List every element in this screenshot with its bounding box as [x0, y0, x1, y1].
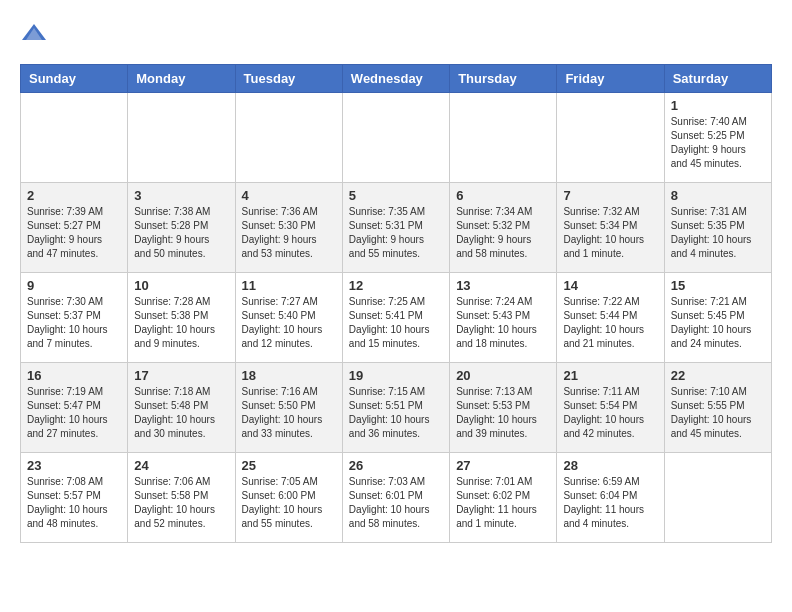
- day-number: 22: [671, 368, 765, 383]
- day-info: Sunrise: 7:32 AM Sunset: 5:34 PM Dayligh…: [563, 205, 657, 261]
- logo-icon: [20, 20, 48, 48]
- day-info: Sunrise: 7:19 AM Sunset: 5:47 PM Dayligh…: [27, 385, 121, 441]
- calendar: SundayMondayTuesdayWednesdayThursdayFrid…: [20, 64, 772, 543]
- day-of-week-header: Monday: [128, 65, 235, 93]
- calendar-cell: 14Sunrise: 7:22 AM Sunset: 5:44 PM Dayli…: [557, 273, 664, 363]
- calendar-cell: 13Sunrise: 7:24 AM Sunset: 5:43 PM Dayli…: [450, 273, 557, 363]
- calendar-week-row: 16Sunrise: 7:19 AM Sunset: 5:47 PM Dayli…: [21, 363, 772, 453]
- day-of-week-header: Wednesday: [342, 65, 449, 93]
- calendar-cell: [557, 93, 664, 183]
- day-number: 21: [563, 368, 657, 383]
- day-number: 24: [134, 458, 228, 473]
- calendar-cell: 9Sunrise: 7:30 AM Sunset: 5:37 PM Daylig…: [21, 273, 128, 363]
- day-info: Sunrise: 7:25 AM Sunset: 5:41 PM Dayligh…: [349, 295, 443, 351]
- calendar-cell: 7Sunrise: 7:32 AM Sunset: 5:34 PM Daylig…: [557, 183, 664, 273]
- calendar-week-row: 1Sunrise: 7:40 AM Sunset: 5:25 PM Daylig…: [21, 93, 772, 183]
- calendar-week-row: 2Sunrise: 7:39 AM Sunset: 5:27 PM Daylig…: [21, 183, 772, 273]
- day-of-week-header: Thursday: [450, 65, 557, 93]
- calendar-cell: 5Sunrise: 7:35 AM Sunset: 5:31 PM Daylig…: [342, 183, 449, 273]
- day-number: 10: [134, 278, 228, 293]
- day-number: 23: [27, 458, 121, 473]
- day-number: 12: [349, 278, 443, 293]
- calendar-cell: 19Sunrise: 7:15 AM Sunset: 5:51 PM Dayli…: [342, 363, 449, 453]
- day-number: 8: [671, 188, 765, 203]
- calendar-cell: 24Sunrise: 7:06 AM Sunset: 5:58 PM Dayli…: [128, 453, 235, 543]
- day-info: Sunrise: 7:01 AM Sunset: 6:02 PM Dayligh…: [456, 475, 550, 531]
- calendar-cell: 6Sunrise: 7:34 AM Sunset: 5:32 PM Daylig…: [450, 183, 557, 273]
- day-info: Sunrise: 7:06 AM Sunset: 5:58 PM Dayligh…: [134, 475, 228, 531]
- calendar-week-row: 9Sunrise: 7:30 AM Sunset: 5:37 PM Daylig…: [21, 273, 772, 363]
- day-number: 27: [456, 458, 550, 473]
- day-info: Sunrise: 7:36 AM Sunset: 5:30 PM Dayligh…: [242, 205, 336, 261]
- calendar-cell: [21, 93, 128, 183]
- day-number: 11: [242, 278, 336, 293]
- calendar-cell: 3Sunrise: 7:38 AM Sunset: 5:28 PM Daylig…: [128, 183, 235, 273]
- calendar-cell: 15Sunrise: 7:21 AM Sunset: 5:45 PM Dayli…: [664, 273, 771, 363]
- day-number: 15: [671, 278, 765, 293]
- day-info: Sunrise: 7:03 AM Sunset: 6:01 PM Dayligh…: [349, 475, 443, 531]
- page-header: [20, 20, 772, 48]
- calendar-cell: 12Sunrise: 7:25 AM Sunset: 5:41 PM Dayli…: [342, 273, 449, 363]
- day-info: Sunrise: 7:15 AM Sunset: 5:51 PM Dayligh…: [349, 385, 443, 441]
- day-info: Sunrise: 7:21 AM Sunset: 5:45 PM Dayligh…: [671, 295, 765, 351]
- calendar-cell: 16Sunrise: 7:19 AM Sunset: 5:47 PM Dayli…: [21, 363, 128, 453]
- calendar-week-row: 23Sunrise: 7:08 AM Sunset: 5:57 PM Dayli…: [21, 453, 772, 543]
- day-number: 13: [456, 278, 550, 293]
- day-info: Sunrise: 7:40 AM Sunset: 5:25 PM Dayligh…: [671, 115, 765, 171]
- calendar-cell: 27Sunrise: 7:01 AM Sunset: 6:02 PM Dayli…: [450, 453, 557, 543]
- day-number: 3: [134, 188, 228, 203]
- day-number: 17: [134, 368, 228, 383]
- day-info: Sunrise: 7:27 AM Sunset: 5:40 PM Dayligh…: [242, 295, 336, 351]
- day-number: 20: [456, 368, 550, 383]
- calendar-cell: 4Sunrise: 7:36 AM Sunset: 5:30 PM Daylig…: [235, 183, 342, 273]
- day-number: 7: [563, 188, 657, 203]
- calendar-cell: 26Sunrise: 7:03 AM Sunset: 6:01 PM Dayli…: [342, 453, 449, 543]
- day-number: 6: [456, 188, 550, 203]
- day-info: Sunrise: 7:05 AM Sunset: 6:00 PM Dayligh…: [242, 475, 336, 531]
- calendar-cell: 1Sunrise: 7:40 AM Sunset: 5:25 PM Daylig…: [664, 93, 771, 183]
- day-of-week-header: Saturday: [664, 65, 771, 93]
- day-info: Sunrise: 7:38 AM Sunset: 5:28 PM Dayligh…: [134, 205, 228, 261]
- calendar-cell: 21Sunrise: 7:11 AM Sunset: 5:54 PM Dayli…: [557, 363, 664, 453]
- day-number: 26: [349, 458, 443, 473]
- day-info: Sunrise: 7:39 AM Sunset: 5:27 PM Dayligh…: [27, 205, 121, 261]
- day-number: 25: [242, 458, 336, 473]
- calendar-cell: 10Sunrise: 7:28 AM Sunset: 5:38 PM Dayli…: [128, 273, 235, 363]
- day-of-week-header: Sunday: [21, 65, 128, 93]
- day-info: Sunrise: 7:35 AM Sunset: 5:31 PM Dayligh…: [349, 205, 443, 261]
- calendar-cell: 20Sunrise: 7:13 AM Sunset: 5:53 PM Dayli…: [450, 363, 557, 453]
- day-info: Sunrise: 7:10 AM Sunset: 5:55 PM Dayligh…: [671, 385, 765, 441]
- calendar-cell: [664, 453, 771, 543]
- calendar-cell: 28Sunrise: 6:59 AM Sunset: 6:04 PM Dayli…: [557, 453, 664, 543]
- calendar-cell: 8Sunrise: 7:31 AM Sunset: 5:35 PM Daylig…: [664, 183, 771, 273]
- calendar-header-row: SundayMondayTuesdayWednesdayThursdayFrid…: [21, 65, 772, 93]
- day-number: 18: [242, 368, 336, 383]
- day-of-week-header: Friday: [557, 65, 664, 93]
- calendar-cell: [342, 93, 449, 183]
- calendar-cell: 23Sunrise: 7:08 AM Sunset: 5:57 PM Dayli…: [21, 453, 128, 543]
- day-number: 28: [563, 458, 657, 473]
- calendar-cell: [450, 93, 557, 183]
- day-info: Sunrise: 7:31 AM Sunset: 5:35 PM Dayligh…: [671, 205, 765, 261]
- logo: [20, 20, 50, 48]
- day-number: 4: [242, 188, 336, 203]
- calendar-cell: [235, 93, 342, 183]
- day-number: 16: [27, 368, 121, 383]
- day-info: Sunrise: 7:16 AM Sunset: 5:50 PM Dayligh…: [242, 385, 336, 441]
- day-info: Sunrise: 7:28 AM Sunset: 5:38 PM Dayligh…: [134, 295, 228, 351]
- day-info: Sunrise: 7:11 AM Sunset: 5:54 PM Dayligh…: [563, 385, 657, 441]
- calendar-cell: 22Sunrise: 7:10 AM Sunset: 5:55 PM Dayli…: [664, 363, 771, 453]
- day-info: Sunrise: 7:22 AM Sunset: 5:44 PM Dayligh…: [563, 295, 657, 351]
- calendar-cell: 2Sunrise: 7:39 AM Sunset: 5:27 PM Daylig…: [21, 183, 128, 273]
- day-number: 19: [349, 368, 443, 383]
- calendar-cell: 17Sunrise: 7:18 AM Sunset: 5:48 PM Dayli…: [128, 363, 235, 453]
- day-number: 14: [563, 278, 657, 293]
- calendar-cell: 11Sunrise: 7:27 AM Sunset: 5:40 PM Dayli…: [235, 273, 342, 363]
- day-number: 5: [349, 188, 443, 203]
- calendar-cell: [128, 93, 235, 183]
- calendar-cell: 25Sunrise: 7:05 AM Sunset: 6:00 PM Dayli…: [235, 453, 342, 543]
- day-info: Sunrise: 7:08 AM Sunset: 5:57 PM Dayligh…: [27, 475, 121, 531]
- day-info: Sunrise: 7:34 AM Sunset: 5:32 PM Dayligh…: [456, 205, 550, 261]
- day-number: 9: [27, 278, 121, 293]
- day-info: Sunrise: 7:30 AM Sunset: 5:37 PM Dayligh…: [27, 295, 121, 351]
